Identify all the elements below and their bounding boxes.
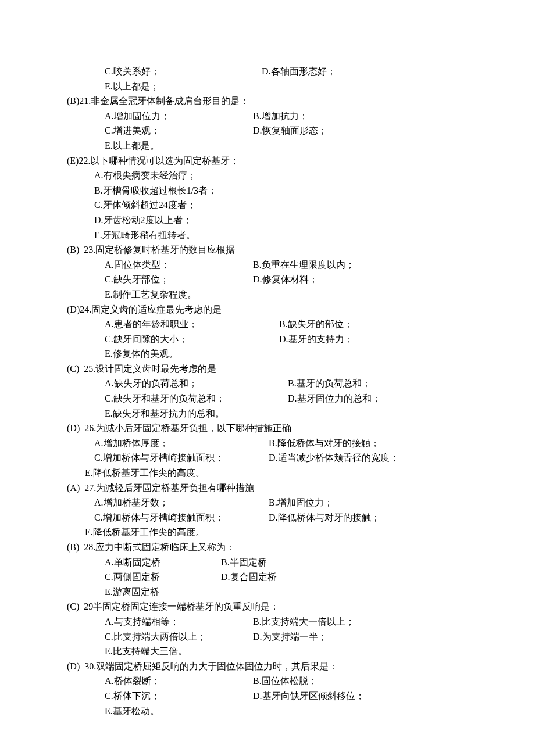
text-line: (D) 26.为减小后牙固定桥基牙负担，以下哪种措施正确 bbox=[0, 421, 535, 436]
text-line: A.与支持端相等；B.比支持端大一倍以上； bbox=[0, 614, 535, 629]
text-cell: E.修复体的美观。 bbox=[105, 346, 178, 361]
text-cell: C.两侧固定桥 bbox=[105, 569, 221, 585]
text-cell: D.牙齿松动2度以上者； bbox=[94, 213, 192, 228]
text-cell: B.负重在生理限度以内； bbox=[253, 257, 355, 273]
text-line: C.缺牙间隙的大小；D.基牙的支持力； bbox=[0, 332, 535, 347]
text-cell: A.患者的年龄和职业； bbox=[105, 317, 279, 332]
text-cell: D.恢复轴面形态； bbox=[253, 123, 327, 138]
text-line: A.增加固位力；B.增加抗力； bbox=[0, 109, 535, 124]
text-cell: E.以上都是； bbox=[105, 79, 159, 94]
text-cell: D.基牙向缺牙区倾斜移位； bbox=[253, 689, 365, 704]
text-line: A.桥体裂断；B.固位体松脱； bbox=[0, 673, 535, 689]
text-cell: D.复合固定桥 bbox=[221, 569, 277, 585]
text-cell: (D) 30.双端固定桥屈矩反响的力大于固位体固位力时，其后果是： bbox=[67, 659, 338, 674]
text-cell: E.降低桥基牙工作尖的高度。 bbox=[85, 525, 205, 540]
text-line: A.增加桥基牙数；B.增加固位力； bbox=[0, 495, 535, 510]
text-cell: E.基牙松动。 bbox=[105, 704, 159, 719]
text-cell: (E)22.以下哪种情况可以选为固定桥基牙； bbox=[67, 153, 239, 169]
text-line: C.咬关系好；D.各轴面形态好； bbox=[0, 64, 535, 79]
text-line: B.牙槽骨吸收超过根长1/3者； bbox=[0, 183, 535, 198]
text-line: D.牙齿松动2度以上者； bbox=[0, 213, 535, 228]
text-line: E.牙冠畸形稍有扭转者。 bbox=[0, 228, 535, 243]
text-cell: E.制作工艺复杂程度。 bbox=[105, 287, 197, 302]
text-cell: (B) 23.固定桥修复时桥基牙的数目应根据 bbox=[67, 242, 235, 257]
text-cell: B.缺失牙的部位； bbox=[279, 317, 353, 332]
text-cell: D.各轴面形态好； bbox=[262, 64, 336, 79]
text-cell: E.缺失牙和基牙抗力的总和。 bbox=[105, 406, 224, 421]
text-cell: D.降低桥体与对牙的接触； bbox=[269, 510, 380, 525]
text-line: (D) 30.双端固定桥屈矩反响的力大于固位体固位力时，其后果是： bbox=[0, 659, 535, 674]
text-cell: B.降低桥体与对牙的接触； bbox=[269, 436, 380, 451]
text-cell: D.为支持端一半； bbox=[253, 629, 327, 644]
text-line: E.以上都是； bbox=[0, 79, 535, 94]
text-line: C.牙体倾斜超过24度者； bbox=[0, 198, 535, 213]
text-cell: E.降低桥基牙工作尖的高度。 bbox=[85, 465, 205, 481]
text-cell: C.咬关系好； bbox=[105, 64, 262, 79]
text-cell: B.基牙的负荷总和； bbox=[288, 376, 371, 391]
text-cell: (D)24.固定义齿的适应症最先考虑的是 bbox=[67, 302, 222, 317]
text-cell: C.增加桥体与牙槽崎接触面积； bbox=[94, 450, 269, 465]
text-cell: (B) 28.应力中断式固定桥临床上又称为： bbox=[67, 540, 235, 555]
text-cell: A.缺失牙的负荷总和； bbox=[105, 376, 288, 391]
text-cell: A.增加固位力； bbox=[105, 109, 253, 124]
text-cell: (C) 29半固定桥固定连接一端桥基牙的负重反响是： bbox=[67, 599, 279, 614]
text-line: (D)24.固定义齿的适应症最先考虑的是 bbox=[0, 302, 535, 317]
text-line: (B)21.非金属全冠牙体制备成肩台形目的是： bbox=[0, 94, 535, 109]
text-line: E.游离固定桥 bbox=[0, 585, 535, 600]
text-line: C.增加桥体与牙槽崎接触面积；D.适当减少桥体颊舌径的宽度； bbox=[0, 450, 535, 465]
text-cell: C.桥体下沉； bbox=[105, 689, 253, 704]
text-line: E.缺失牙和基牙抗力的总和。 bbox=[0, 406, 535, 421]
text-cell: D.修复体材料； bbox=[253, 272, 318, 287]
text-cell: A.有根尖病变未经治疗； bbox=[94, 168, 197, 183]
text-cell: (C) 25.设计固定义齿时最先考虑的是 bbox=[67, 361, 216, 377]
text-line: A.有根尖病变未经治疗； bbox=[0, 168, 535, 183]
text-cell: B.牙槽骨吸收超过根长1/3者； bbox=[94, 183, 217, 198]
text-cell: D.基牙的支持力； bbox=[279, 332, 354, 347]
text-cell: D.适当减少桥体颊舌径的宽度； bbox=[269, 450, 399, 465]
text-line: C.缺失牙部位；D.修复体材料； bbox=[0, 272, 535, 287]
text-cell: E.游离固定桥 bbox=[105, 585, 159, 600]
text-cell: A.增加桥基牙数； bbox=[94, 495, 269, 510]
text-cell: (A) 27.为减轻后牙固定桥基牙负担有哪种措施 bbox=[67, 481, 254, 496]
text-line: (A) 27.为减轻后牙固定桥基牙负担有哪种措施 bbox=[0, 481, 535, 496]
text-cell: E.以上都是。 bbox=[105, 138, 159, 153]
text-cell: C.比支持端大两倍以上； bbox=[105, 629, 253, 644]
text-line: (B) 28.应力中断式固定桥临床上又称为： bbox=[0, 540, 535, 555]
text-line: E.降低桥基牙工作尖的高度。 bbox=[0, 525, 535, 540]
text-line: (E)22.以下哪种情况可以选为固定桥基牙； bbox=[0, 153, 535, 169]
text-line: C.缺失牙和基牙的负荷总和；D.基牙固位力的总和； bbox=[0, 391, 535, 406]
text-cell: (B)21.非金属全冠牙体制备成肩台形目的是： bbox=[67, 94, 249, 109]
text-line: (B) 23.固定桥修复时桥基牙的数目应根据 bbox=[0, 242, 535, 257]
text-cell: C.牙体倾斜超过24度者； bbox=[94, 198, 196, 213]
text-line: C.增加桥体与牙槽崎接触面积；D.降低桥体与对牙的接触； bbox=[0, 510, 535, 525]
text-cell: B.比支持端大一倍以上； bbox=[253, 614, 355, 629]
text-cell: (D) 26.为减小后牙固定桥基牙负担，以下哪种措施正确 bbox=[67, 421, 291, 436]
text-cell: D.基牙固位力的总和； bbox=[288, 391, 381, 406]
text-line: C.比支持端大两倍以上；D.为支持端一半； bbox=[0, 629, 535, 644]
text-line: A.患者的年龄和职业；B.缺失牙的部位； bbox=[0, 317, 535, 332]
text-cell: B.半固定桥 bbox=[221, 555, 267, 570]
text-cell: A.增加桥体厚度； bbox=[94, 436, 269, 451]
text-line: A.单断固定桥B.半固定桥 bbox=[0, 555, 535, 570]
text-cell: A.桥体裂断； bbox=[105, 673, 253, 689]
text-cell: B.固位体松脱； bbox=[253, 673, 318, 689]
text-cell: A.与支持端相等； bbox=[105, 614, 253, 629]
text-cell: B.增加固位力； bbox=[269, 495, 333, 510]
text-cell: E.比支持端大三倍。 bbox=[105, 644, 187, 659]
text-cell: C.缺失牙和基牙的负荷总和； bbox=[105, 391, 288, 406]
text-line: A.缺失牙的负荷总和；B.基牙的负荷总和； bbox=[0, 376, 535, 391]
text-line: A.固位体类型；B.负重在生理限度以内； bbox=[0, 257, 535, 273]
text-line: (C) 25.设计固定义齿时最先考虑的是 bbox=[0, 361, 535, 377]
text-line: C.增进美观；D.恢复轴面形态； bbox=[0, 123, 535, 138]
text-line: E.比支持端大三倍。 bbox=[0, 644, 535, 659]
text-line: E.以上都是。 bbox=[0, 138, 535, 153]
text-line: (C) 29半固定桥固定连接一端桥基牙的负重反响是： bbox=[0, 599, 535, 614]
text-cell: A.单断固定桥 bbox=[105, 555, 221, 570]
text-cell: C.缺失牙部位； bbox=[105, 272, 253, 287]
text-line: E.基牙松动。 bbox=[0, 704, 535, 719]
text-line: C.桥体下沉；D.基牙向缺牙区倾斜移位； bbox=[0, 689, 535, 704]
text-line: A.增加桥体厚度；B.降低桥体与对牙的接触； bbox=[0, 436, 535, 451]
text-cell: C.增加桥体与牙槽崎接触面积； bbox=[94, 510, 269, 525]
text-cell: A.固位体类型； bbox=[105, 257, 253, 273]
text-cell: E.牙冠畸形稍有扭转者。 bbox=[94, 228, 195, 243]
